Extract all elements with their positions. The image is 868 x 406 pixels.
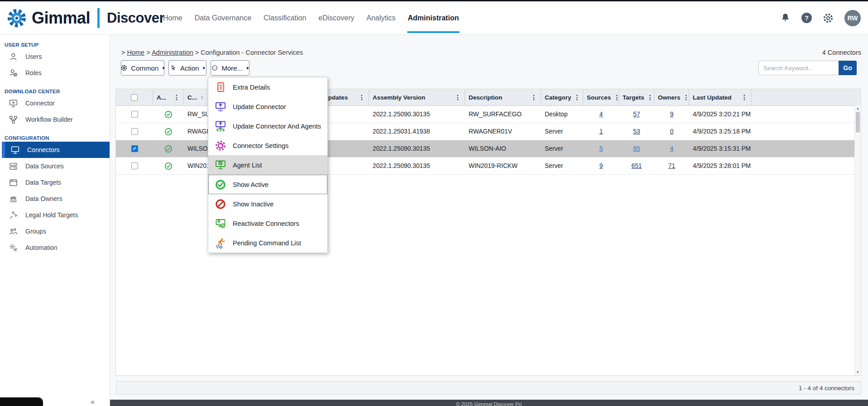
notifications-bell-icon[interactable] — [780, 12, 791, 24]
nav-item-data-governance[interactable]: Data Governance — [195, 1, 251, 34]
active-check-icon — [164, 144, 173, 153]
row-checkbox[interactable]: ✓ — [131, 145, 138, 152]
sidebar-collapse-icon[interactable]: « — [91, 398, 95, 406]
sidebar-item-automation[interactable]: Automation — [0, 239, 110, 256]
sidebar-item-label: Data Sources — [25, 162, 64, 170]
column-menu-icon[interactable]: ⋮ — [681, 94, 689, 101]
sidebar-item-groups[interactable]: Groups — [0, 223, 110, 239]
header-assembly-version[interactable]: Assembly Version⋮ — [369, 89, 465, 105]
sidebar-item-roles[interactable]: Roles — [0, 65, 110, 81]
column-menu-icon[interactable]: ⋮ — [171, 94, 180, 101]
column-menu-icon[interactable]: ⋮ — [452, 94, 461, 101]
owners-link[interactable]: 4 — [670, 145, 674, 152]
targets-link[interactable]: 53 — [633, 128, 640, 135]
sidebar-item-data-owners[interactable]: Data Owners — [0, 191, 110, 207]
column-menu-icon[interactable]: ⋮ — [611, 94, 619, 101]
menu-item-update-connector[interactable]: Update Connector — [208, 97, 327, 116]
sidebar-item-connectors[interactable]: Connectors — [2, 142, 110, 158]
scroll-up-icon[interactable]: ▲ — [855, 105, 861, 111]
header-category[interactable]: Category⋮ — [541, 89, 583, 105]
menu-item-connector-settings[interactable]: Connector Settings — [208, 136, 327, 155]
bottom-left-widget[interactable] — [0, 397, 43, 406]
row-checkbox[interactable]: ✓ — [131, 128, 138, 135]
data-owners-icon — [8, 194, 19, 204]
targets-link[interactable]: 85 — [633, 145, 640, 152]
scrollbar-thumb[interactable] — [856, 112, 860, 133]
header-owners[interactable]: Owners⋮ — [654, 89, 689, 105]
search-input[interactable] — [758, 61, 839, 75]
owners-link[interactable]: 71 — [668, 162, 675, 169]
settings-gear-icon[interactable] — [822, 12, 834, 24]
owners-link[interactable]: 0 — [670, 128, 674, 135]
menu-item-show-inactive[interactable]: Show Inactive — [208, 194, 327, 214]
scroll-down-icon[interactable]: ▼ — [855, 369, 861, 375]
header-select-all[interactable]: ✓ — [116, 89, 153, 105]
sidebar-item-users[interactable]: Users — [0, 48, 110, 65]
column-menu-icon[interactable]: ⋮ — [644, 94, 653, 101]
header-targets[interactable]: Targets⋮ — [619, 89, 654, 105]
user-avatar[interactable]: RW — [844, 10, 861, 26]
targets-link[interactable]: 651 — [631, 162, 642, 169]
header-sources[interactable]: Sources⋮ — [583, 89, 619, 105]
chevron-down-icon: ▾ — [246, 65, 249, 71]
nav-label: eDiscovery — [318, 14, 354, 22]
sources-link[interactable]: 9 — [599, 162, 603, 169]
sources-link[interactable]: 1 — [599, 128, 603, 135]
header-active[interactable]: A...⋮ — [153, 89, 184, 105]
menu-item-show-active[interactable]: Show Active — [208, 175, 327, 194]
column-menu-icon[interactable]: ⋮ — [356, 94, 365, 101]
menu-item-reactivate-connectors[interactable]: Reactivate Connectors — [208, 214, 327, 233]
description-cell: RW_SURFACEGO — [465, 106, 541, 123]
last-updated-cell: 4/9/2025 3:28:01 PM — [689, 158, 752, 174]
go-button[interactable]: Go — [839, 61, 857, 75]
help-icon[interactable]: ? — [801, 13, 812, 23]
roles-icon — [8, 68, 19, 78]
sources-link[interactable]: 4 — [599, 111, 603, 118]
menu-item-pending-command-list[interactable]: Pending Command List — [208, 233, 327, 253]
page-footer: © 2025 Gimmal Discover Pri — [110, 400, 868, 406]
column-menu-icon[interactable]: ⋮ — [739, 94, 748, 101]
chevron-down-icon: ▾ — [203, 65, 206, 71]
header-description[interactable]: Description⋮ — [465, 89, 541, 105]
row-active-cell — [153, 106, 184, 123]
row-checkbox[interactable]: ✓ — [131, 111, 138, 118]
nav-item-ediscovery[interactable]: eDiscovery — [318, 1, 354, 34]
nav-item-home[interactable]: Home — [163, 1, 182, 34]
more-button[interactable]: More... ▾ — [211, 60, 249, 76]
row-select-cell: ✓ — [116, 106, 153, 123]
vertical-scrollbar[interactable]: ▲ ▼ — [854, 105, 861, 375]
nav-item-administration[interactable]: Administration — [408, 1, 459, 34]
sidebar-item-data-targets[interactable]: Data Targets — [0, 174, 110, 191]
column-menu-icon[interactable]: ⋮ — [528, 94, 537, 101]
connector-count: 4 Connectors — [725, 49, 861, 56]
connectors-icon — [10, 145, 20, 155]
column-menu-icon[interactable]: ⋮ — [571, 94, 580, 101]
sidebar-item-data-sources[interactable]: Data Sources — [0, 158, 110, 174]
sidebar-item-workflow-builder[interactable]: Workflow Builder — [0, 111, 110, 128]
action-button[interactable]: Action ▾ — [168, 60, 206, 76]
sidebar-item-legal-hold-targets[interactable]: Legal Hold Targets — [0, 207, 110, 223]
select-all-checkbox[interactable]: ✓ — [131, 94, 138, 101]
category-cell: Server — [541, 140, 583, 157]
data-sources-icon — [8, 161, 19, 172]
breadcrumb-link-home[interactable]: Home — [127, 49, 145, 56]
menu-item-label: Update Connector And Agents — [233, 123, 321, 130]
copyright-text: © 2025 Gimmal Discover Pri — [110, 400, 868, 406]
breadcrumb-link-administration[interactable]: Administration — [152, 49, 193, 56]
common-button[interactable]: Common ▾ — [121, 60, 164, 76]
header-last-updated[interactable]: Last Updated⋮ — [689, 89, 752, 105]
nav-item-classification[interactable]: Classification — [264, 1, 306, 34]
owners-link[interactable]: 9 — [670, 111, 674, 118]
menu-item-update-connector-and-agents[interactable]: Update Connector And Agents — [208, 116, 327, 136]
assembly-version-cell: 2022.1.25090.30135 — [369, 158, 465, 174]
sidebar-item-connector[interactable]: Connector — [0, 95, 110, 111]
assembly-version-cell: 2022.1.25031.41938 — [369, 123, 465, 140]
menu-item-agent-list[interactable]: Agent List — [208, 155, 327, 175]
owners-cell: 71 — [654, 158, 689, 174]
sources-link[interactable]: 5 — [599, 145, 603, 152]
row-checkbox[interactable]: ✓ — [131, 162, 138, 169]
menu-item-extra-details[interactable]: Extra Details — [208, 77, 327, 97]
menu-item-label: Reactivate Connectors — [233, 220, 299, 227]
nav-item-analytics[interactable]: Analytics — [367, 1, 396, 34]
targets-link[interactable]: 57 — [633, 111, 640, 118]
